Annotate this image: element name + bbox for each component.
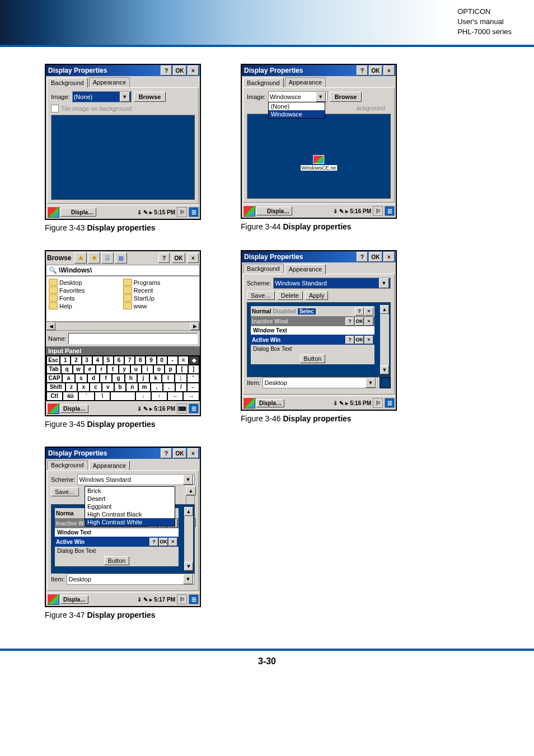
vertical-scrollbar[interactable]: ▲ ▼ [380,305,389,374]
key[interactable]: z [65,383,78,392]
save-button[interactable]: Save… [247,291,275,300]
dropdown-option[interactable]: Brick [85,487,175,495]
key[interactable]: Shift [46,383,65,392]
close-button[interactable]: × [188,448,199,458]
key[interactable]: c [90,383,102,392]
key[interactable]: w [73,365,85,374]
key[interactable]: x [77,383,90,392]
tab-appearance[interactable]: Appearance [285,264,326,274]
browse-button[interactable]: Browse [134,92,166,102]
key[interactable]: = [178,356,189,365]
key[interactable]: t [107,365,119,374]
key[interactable]: s [75,374,87,383]
start-button[interactable] [47,403,59,414]
ok-button[interactable]: OK [173,65,186,76]
key[interactable]: 2 [71,356,81,365]
tab-background[interactable]: Background [243,78,284,88]
key[interactable]: l [162,374,174,383]
save-button[interactable]: Save… [51,487,79,496]
icon-view-icon[interactable]: ▦ [115,252,127,264]
key[interactable]: m [138,383,151,392]
taskbar-item[interactable]: Displa… [60,405,88,413]
key[interactable]: y [119,365,130,374]
image-dropdown[interactable]: (None) Windowsce [268,102,325,119]
start-button[interactable] [243,397,255,408]
chevron-down-icon[interactable]: ▼ [120,92,130,102]
tab-background[interactable]: Background [47,78,88,88]
help-button[interactable]: ? [158,253,170,263]
key[interactable]: k [149,374,162,383]
key[interactable]: 9 [146,356,156,365]
folder-item[interactable]: Recent [123,287,198,294]
scheme-select[interactable]: Windows Standard ▼ [273,278,391,289]
key[interactable]: a [62,374,74,383]
taskbar-item[interactable]: Displa… [256,206,292,215]
folder-item[interactable]: Fonts [49,294,123,302]
key[interactable]: b [114,383,127,392]
key-backspace[interactable]: ◆ [189,356,199,365]
scroll-down-icon[interactable]: ▼ [380,365,389,374]
key[interactable]: áü [63,392,79,401]
tray-icon[interactable]: ✎ [143,209,148,215]
key[interactable]: Ctl [46,392,63,401]
dropdown-option[interactable]: Windowsce [269,110,325,118]
scheme-dropdown[interactable]: Brick Desert Eggplant High Contrast Blac… [85,486,175,527]
item-select[interactable]: Desktop ▼ [263,377,377,388]
key[interactable]: o [153,365,165,374]
browse-button[interactable]: Browse [330,92,362,102]
tray-icon[interactable]: ⚐ [177,594,187,604]
tray-icon[interactable]: ⚐ [373,206,383,216]
key[interactable]: i [142,365,153,374]
delete-button[interactable]: Delete [277,291,303,300]
start-button[interactable] [47,206,59,218]
key[interactable]: 7 [124,356,135,365]
tab-background[interactable]: Background [47,460,88,470]
key[interactable]: → [183,392,199,401]
key[interactable]: e [84,365,96,374]
tab-background[interactable]: Background [243,264,284,274]
close-button[interactable]: × [383,65,395,76]
vertical-scrollbar[interactable]: ▲▼ [184,507,193,571]
scheme-select[interactable]: Windows Standard ▼ [77,474,195,485]
key[interactable]: q [61,365,73,374]
key[interactable]: 5 [103,356,114,365]
folder-item[interactable]: www [123,302,198,309]
taskbar-item[interactable]: Displa… [60,208,96,217]
tray-icon[interactable]: ☰ [385,398,395,408]
key[interactable]: v [102,383,114,392]
folder-item[interactable]: Programs [123,279,198,286]
key[interactable]: 0 [157,356,167,365]
path-bar[interactable]: 🔍 \Windows\ [46,265,200,276]
folder-item[interactable]: Help [49,302,123,309]
key[interactable]: g [112,374,124,383]
close-button[interactable]: × [383,252,395,262]
close-button[interactable]: × [188,65,199,76]
key[interactable]: ` [78,392,95,401]
key[interactable]: r [96,365,107,374]
ok-button[interactable]: OK [172,253,185,263]
start-button[interactable] [243,205,255,217]
taskbar-item[interactable]: Displa… [256,399,284,407]
tab-appearance[interactable]: Appearance [285,77,326,87]
key[interactable]: ↓ [135,392,152,401]
key[interactable]: Tab [46,365,61,374]
ok-button[interactable]: OK [369,252,382,262]
tray-icon[interactable]: ☰ [189,403,199,414]
key[interactable]: u [130,365,142,374]
key[interactable]: 1 [60,356,71,365]
image-select[interactable]: Windowsce ▼ (None) Windowsce [268,91,327,102]
key[interactable]: CAP [46,374,62,383]
taskbar-item[interactable]: Displa… [60,595,88,604]
key[interactable]: 6 [114,356,124,365]
dropdown-option[interactable]: High Contrast White [85,518,175,526]
tray-icon[interactable]: ⚐ [373,398,383,408]
key[interactable]: ] [188,365,200,374]
apply-button[interactable]: Apply [305,291,329,300]
chevron-down-icon[interactable]: ▼ [379,278,389,288]
key[interactable]: \ [95,392,111,401]
key[interactable]: ← [187,383,199,392]
tile-checkbox[interactable] [51,105,59,112]
key[interactable]: [ [176,365,188,374]
scroll-left-icon[interactable]: ◀ [46,322,55,330]
tab-appearance[interactable]: Appearance [89,77,130,87]
